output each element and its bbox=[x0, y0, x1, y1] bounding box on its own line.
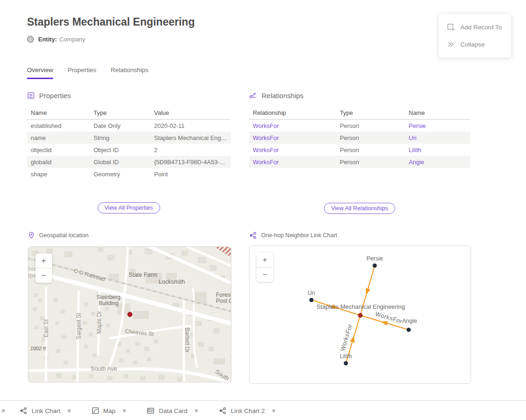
one-hop-link-chart[interactable]: WorksForWorksForStaplers Mechanical Engi… bbox=[249, 246, 471, 384]
map-label: 1002 ft bbox=[30, 346, 47, 351]
cell: {5D9B4713-F98D-4A53-... bbox=[150, 156, 230, 168]
sub-section-title: Geospatial location bbox=[39, 232, 88, 239]
bottom-tab-link-chart-2[interactable]: Link Chart 2 × bbox=[219, 407, 276, 414]
cell: objectid bbox=[27, 144, 90, 156]
table-row: WorksForPersonAngie bbox=[249, 156, 470, 168]
cell-link[interactable]: WorksFor bbox=[249, 156, 336, 168]
map-label: State Farm bbox=[128, 272, 157, 278]
map-zoom-control: + − bbox=[35, 253, 52, 283]
tab-label: Data Card bbox=[159, 407, 188, 414]
col-header: Type bbox=[336, 106, 405, 120]
map-label: South Ave bbox=[91, 366, 117, 372]
cell: 2 bbox=[150, 144, 230, 156]
tab-label: Link Chart 2 bbox=[231, 407, 265, 414]
map-pin-icon bbox=[28, 232, 35, 239]
link-chart-canvas[interactable]: WorksForWorksForStaplers Mechanical Engi… bbox=[250, 246, 471, 383]
cell: established bbox=[27, 120, 90, 132]
cell: String bbox=[90, 132, 150, 144]
chart-zoom-out-button[interactable]: − bbox=[256, 267, 273, 282]
chart-node-angie[interactable] bbox=[407, 328, 411, 332]
table-row: WorksForPersonPersie bbox=[249, 120, 470, 132]
tab-relationships[interactable]: Relationships bbox=[111, 67, 148, 79]
cell: Geometry bbox=[90, 168, 150, 180]
bottom-tab-map[interactable]: Map × bbox=[92, 407, 126, 414]
cell: Date Only bbox=[90, 120, 150, 132]
map-canvas[interactable]: rbouropaedicsC G RailroadState FarmLocks… bbox=[28, 247, 231, 382]
properties-table: Name Type Value establishedDate Only2020… bbox=[27, 106, 230, 180]
close-icon[interactable]: × bbox=[67, 407, 71, 414]
node-label-angie: Angie bbox=[402, 318, 417, 324]
cell-link[interactable]: WorksFor bbox=[249, 144, 336, 156]
col-header: Name bbox=[27, 106, 90, 120]
cell-link[interactable]: Lilith bbox=[405, 144, 470, 156]
chart-zoom-control: + − bbox=[256, 253, 273, 282]
sub-section-title: One-hop Neighbor Link Chart bbox=[261, 232, 337, 239]
relationships-section: Relationships Relationship Type Name Wor… bbox=[249, 92, 470, 214]
node-label-company: Staplers Mechanical Engineering bbox=[317, 303, 405, 310]
col-header: Name bbox=[405, 106, 470, 120]
cell: Person bbox=[336, 144, 405, 156]
tab-label: Link Chart bbox=[32, 407, 61, 414]
cell-link[interactable]: Uri bbox=[405, 132, 470, 144]
view-all-relationships-button[interactable]: View All Relationships bbox=[324, 203, 395, 214]
chart-node-lilith[interactable] bbox=[344, 361, 348, 366]
location-marker[interactable] bbox=[128, 312, 132, 317]
menu-item-add-record-to[interactable]: Add Record To bbox=[438, 19, 511, 36]
chart-node-uri[interactable] bbox=[310, 298, 314, 302]
menu-item-label: Collapse bbox=[460, 41, 485, 48]
tab-properties[interactable]: Properties bbox=[67, 67, 96, 79]
bottom-tab-link-chart[interactable]: Link Chart × bbox=[20, 407, 71, 414]
col-header: Value bbox=[150, 106, 230, 120]
cell-link[interactable]: WorksFor bbox=[249, 120, 336, 132]
cell: shape bbox=[27, 168, 90, 180]
relationships-icon bbox=[249, 92, 257, 100]
geospatial-header: Geospatial location bbox=[28, 232, 88, 239]
map-label: Sargent St bbox=[75, 313, 82, 339]
properties-icon bbox=[27, 92, 35, 100]
close-icon[interactable]: × bbox=[122, 407, 126, 414]
cell: 2020-02-11 bbox=[150, 120, 230, 132]
relationships-table: Relationship Type Name WorksForPersonPer… bbox=[249, 106, 470, 168]
link-chart-icon bbox=[219, 407, 227, 414]
entity-type: Company bbox=[59, 36, 85, 43]
chart-node-persie[interactable] bbox=[373, 264, 377, 268]
map-zoom-out-button[interactable]: − bbox=[35, 268, 52, 283]
collapse-icon bbox=[447, 40, 455, 48]
cell-link[interactable]: WorksFor bbox=[249, 132, 336, 144]
tab-label: Map bbox=[103, 407, 115, 414]
table-row: WorksForPersonUri bbox=[249, 132, 470, 144]
chart-node-company[interactable] bbox=[358, 313, 363, 318]
geospatial-map[interactable]: rbouropaedicsC G RailroadState FarmLocks… bbox=[28, 247, 231, 382]
bottom-tab-data-card[interactable]: Data Card × bbox=[147, 407, 198, 414]
cell: Person bbox=[336, 120, 405, 132]
link-chart-icon bbox=[20, 407, 27, 414]
table-row: shapeGeometryPoint bbox=[27, 168, 230, 180]
cell: Global ID bbox=[90, 156, 150, 168]
menu-item-collapse[interactable]: Collapse bbox=[438, 36, 511, 53]
cell: Person bbox=[336, 132, 405, 144]
cell: globalid bbox=[27, 156, 90, 168]
table-row: globalidGlobal ID{5D9B4713-F98D-4A53-... bbox=[27, 156, 230, 168]
cell-link[interactable]: Persie bbox=[405, 120, 470, 132]
table-row: nameStringStaplers Mechanical Eng... bbox=[27, 132, 230, 144]
edge-label: WorksFor bbox=[339, 323, 354, 352]
chart-zoom-in-button[interactable]: + bbox=[256, 253, 273, 267]
properties-section: Properties Name Type Value establishedDa… bbox=[27, 92, 230, 213]
cell: Point bbox=[150, 168, 230, 180]
map-zoom-in-button[interactable]: + bbox=[35, 253, 52, 268]
overflow-tab-close-icon[interactable]: × bbox=[1, 407, 5, 414]
col-header: Type bbox=[90, 106, 150, 120]
cell: name bbox=[27, 132, 90, 144]
map-label: Locksmith bbox=[159, 279, 185, 285]
close-icon[interactable]: × bbox=[195, 407, 198, 414]
map-label: Bartlett Dr bbox=[184, 327, 190, 353]
view-all-properties-button[interactable]: View All Properties bbox=[98, 202, 160, 213]
tab-overview[interactable]: Overview bbox=[27, 67, 53, 79]
section-title: Properties bbox=[39, 92, 71, 100]
col-header: Relationship bbox=[249, 106, 336, 120]
cell-link[interactable]: Angie bbox=[405, 156, 470, 168]
close-icon[interactable]: × bbox=[272, 407, 276, 414]
link-chart-icon bbox=[249, 232, 257, 239]
add-record-icon bbox=[447, 23, 455, 31]
entity-dot-icon bbox=[27, 36, 34, 43]
